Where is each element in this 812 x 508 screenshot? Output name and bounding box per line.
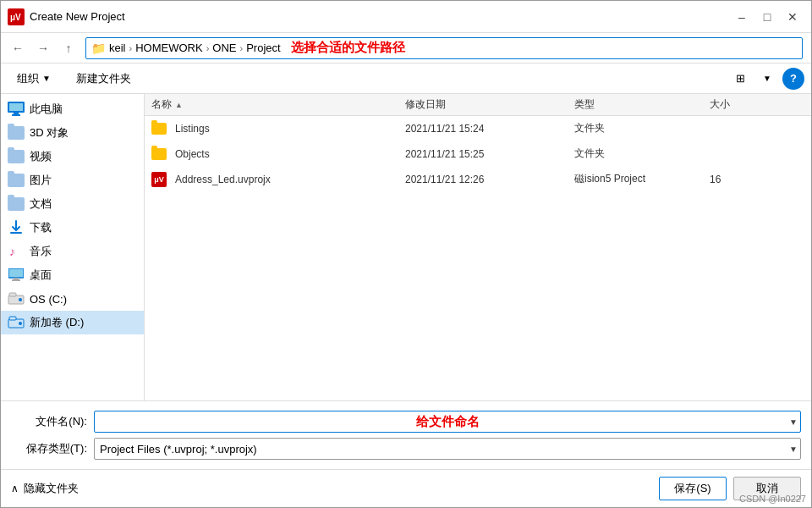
svg-text:♪: ♪ [9, 245, 15, 258]
folder-image-icon [8, 172, 25, 189]
folder-icon [151, 123, 167, 135]
chevron-down-icon: ∧ [11, 483, 19, 494]
save-button[interactable]: 保存(S) [659, 477, 727, 500]
filename-row: 文件名(N): 给文件命名 ▼ [11, 408, 801, 435]
sidebar-label-documents: 文档 [30, 196, 52, 212]
file-name: Address_Led.uvprojx [175, 174, 271, 185]
file-rows-container: Listings 2021/11/21 15:24 文件夹 Objects 20… [145, 116, 811, 192]
maximize-button[interactable]: □ [755, 5, 779, 29]
back-button[interactable]: ← [6, 37, 30, 59]
cell-date: 2021/11/21 15:25 [398, 148, 568, 160]
close-button[interactable]: ✕ [781, 5, 804, 29]
cell-type: 文件夹 [568, 146, 703, 161]
cell-type: 文件夹 [568, 121, 703, 135]
cancel-label: 取消 [756, 482, 778, 494]
computer-icon [8, 101, 25, 118]
view-dropdown-arrow-icon: ▼ [763, 74, 771, 83]
sidebar-item-documents[interactable]: 文档 [1, 192, 144, 216]
filetype-select[interactable] [94, 438, 801, 460]
sidebar-item-this-pc[interactable]: 此电脑 [1, 97, 144, 121]
help-icon: ? [790, 72, 797, 85]
folder-video-icon [8, 148, 25, 165]
new-folder-button[interactable]: 新建文件夹 [67, 68, 140, 90]
sidebar-label-3d-objects: 3D 对象 [30, 125, 69, 141]
breadcrumb-bar[interactable]: 📁 keil › HOMEWORK › ONE › Project 选择合适的文… [85, 37, 803, 59]
svg-rect-3 [9, 103, 23, 111]
breadcrumb-homework[interactable]: HOMEWORK [135, 41, 202, 54]
desktop-icon [8, 267, 25, 284]
column-name[interactable]: 名称 ▲ [145, 97, 398, 112]
svg-rect-6 [10, 232, 22, 234]
column-type[interactable]: 类型 [568, 97, 703, 112]
hide-folders-label: 隐藏文件夹 [24, 481, 79, 496]
bottom-section: 文件名(N): 给文件命名 ▼ 保存类型(T): ▼ [1, 400, 811, 469]
sidebar-item-desktop[interactable]: 桌面 [1, 263, 144, 287]
up-button[interactable]: ↑ [57, 37, 80, 59]
filename-label: 文件名(N): [11, 414, 87, 429]
dialog-footer: ∧ 隐藏文件夹 保存(S) 取消 [1, 469, 811, 507]
sidebar-label-music: 音乐 [30, 244, 52, 259]
filetype-input-wrapper: ▼ [94, 438, 801, 460]
filetype-label: 保存类型(T): [11, 441, 87, 456]
keil-icon: μV [8, 8, 25, 25]
drive-c-icon [8, 290, 25, 307]
svg-point-16 [19, 322, 22, 325]
svg-rect-12 [9, 293, 16, 296]
organize-arrow-icon: ▼ [42, 74, 51, 83]
filename-input[interactable] [94, 411, 801, 433]
sidebar-item-images[interactable]: 图片 [1, 168, 144, 192]
svg-rect-9 [14, 278, 19, 279]
sidebar-label-images: 图片 [30, 173, 52, 188]
sidebar-item-downloads[interactable]: 下载 [1, 216, 144, 240]
file-name: Objects [175, 148, 210, 160]
music-icon: ♪ [8, 243, 25, 260]
sidebar-item-video[interactable]: 视频 [1, 145, 144, 168]
forward-button[interactable]: → [31, 37, 55, 59]
sidebar: 此电脑 3D 对象 视频 图片 [1, 94, 145, 400]
breadcrumb-sep-1: › [129, 43, 133, 53]
filetype-row: 保存类型(T): ▼ [11, 435, 801, 462]
file-name: Listings [175, 123, 210, 135]
table-row[interactable]: μV Address_Led.uvprojx 2021/11/21 12:26 … [145, 167, 811, 192]
save-label: 保存(S) [674, 482, 710, 494]
column-type-label: 类型 [574, 98, 595, 110]
help-button[interactable]: ? [782, 68, 804, 90]
view-button[interactable]: ⊞ [728, 68, 752, 90]
breadcrumb-keil[interactable]: keil [109, 41, 126, 54]
organize-label: 组织 [17, 71, 39, 86]
table-row[interactable]: Listings 2021/11/21 15:24 文件夹 [145, 116, 811, 141]
column-size[interactable]: 大小 [703, 97, 771, 112]
sidebar-item-drive-d[interactable]: 新加卷 (D:) [1, 311, 144, 334]
dialog-title: Create New Project [30, 10, 730, 23]
breadcrumb-project[interactable]: Project [246, 41, 280, 54]
sidebar-label-video: 视频 [30, 149, 52, 164]
breadcrumb-annotation: 选择合适的文件路径 [291, 40, 405, 56]
column-size-label: 大小 [710, 98, 730, 110]
cell-name: Objects [145, 148, 398, 160]
sidebar-item-drive-c[interactable]: OS (C:) [1, 287, 144, 311]
sidebar-label-drive-c: OS (C:) [30, 293, 67, 306]
organize-button[interactable]: 组织 ▼ [8, 68, 60, 90]
svg-rect-4 [14, 113, 19, 114]
svg-rect-10 [12, 279, 20, 281]
hide-folders-toggle[interactable]: ∧ 隐藏文件夹 [11, 481, 79, 496]
minimize-button[interactable]: – [730, 5, 754, 29]
sidebar-item-music[interactable]: ♪ 音乐 [1, 240, 144, 263]
breadcrumb-sep-3: › [239, 43, 243, 53]
create-project-dialog: μV Create New Project – □ ✕ ← → ↑ 📁 keil… [0, 0, 812, 508]
view-icon: ⊞ [736, 72, 745, 85]
file-list: 名称 ▲ 修改日期 类型 大小 Listings 2021/11/21 15 [145, 94, 811, 400]
new-folder-label: 新建文件夹 [76, 71, 131, 86]
table-row[interactable]: Objects 2021/11/21 15:25 文件夹 [145, 141, 811, 167]
sidebar-label-drive-d: 新加卷 (D:) [30, 315, 84, 330]
svg-rect-8 [8, 268, 24, 278]
breadcrumb-sep-2: › [206, 43, 210, 53]
column-date-label: 修改日期 [405, 98, 446, 110]
folder-icon-small: 📁 [91, 41, 106, 55]
breadcrumb-one[interactable]: ONE [212, 41, 236, 54]
column-name-label: 名称 [151, 97, 172, 112]
column-date[interactable]: 修改日期 [398, 97, 568, 112]
view-dropdown-button[interactable]: ▼ [755, 68, 779, 90]
folder-icon [151, 148, 167, 160]
sidebar-item-3d-objects[interactable]: 3D 对象 [1, 121, 144, 145]
